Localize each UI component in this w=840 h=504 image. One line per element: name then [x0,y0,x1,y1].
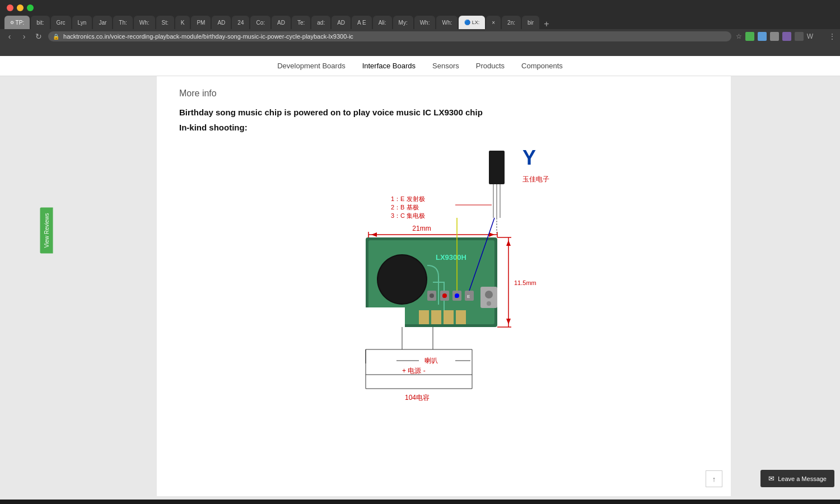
pad-3 [444,310,454,324]
forward-button[interactable]: › [19,32,29,41]
envelope-icon: ✉ [768,474,774,483]
tab-st[interactable]: St: [156,16,174,29]
scroll-top-icon: ↑ [712,475,716,483]
new-tab-button[interactable]: + [540,19,552,29]
transistor-body [489,151,505,184]
pad-4 [456,310,466,324]
power-label: + 电源 - [402,367,426,375]
url-text: hacktronics.co.in/voice-recording-playba… [63,33,353,40]
nav-interface-boards[interactable]: Interface Boards [362,62,416,70]
leave-message-label: Leave a Message [778,475,827,482]
right-conn-hole2 [487,301,491,306]
brand-logo-y: Y [522,146,536,169]
address-bar-row: ‹ › ↻ 🔒 hacktronics.co.in/voice-recordin… [0,29,840,44]
tab-jar[interactable]: Jar [93,16,112,29]
bookmarks-bar [0,44,840,56]
pad-1 [419,310,429,324]
cap-label: 104电容 [405,394,430,402]
pin1-label: 1：E 发射极 [391,195,425,202]
tab-bit[interactable]: bit: [31,16,49,29]
back-button[interactable]: ‹ [4,32,15,41]
h-arrow-top [506,240,511,246]
tab-wh3[interactable]: Wh: [436,16,458,29]
nav-sensors[interactable]: Sensors [432,62,459,70]
tab-ad2[interactable]: AD [272,16,291,29]
scroll-top-button[interactable]: ↑ [706,470,722,487]
main-content: More info Birthday song music chip is po… [157,76,731,496]
reload-button[interactable]: ↻ [34,32,44,41]
right-sidebar [731,76,840,496]
tab-grc[interactable]: Grc [51,16,71,29]
ext-icon-4[interactable] [782,32,791,41]
tab-tp[interactable]: ⚙ TP: [4,16,30,29]
brand-name: 玉佳电子 [522,175,549,183]
chip-title: Birthday song music chip is powered on t… [179,106,708,118]
more-info-heading: More info [179,88,708,99]
tab-pm[interactable]: PM [191,16,211,29]
speaker-element-inner [378,255,426,304]
ext-icon-2[interactable] [758,32,767,41]
menu-icon[interactable]: ⋮ [829,32,836,40]
tab-bir[interactable]: bir [522,16,539,29]
pin3-label: 3：C 集电极 [391,212,425,219]
tab-co[interactable]: Co: [250,16,270,29]
leave-message-button[interactable]: ✉ Leave a Message [760,470,834,487]
tab-ad3[interactable]: ad: [311,16,330,29]
width-label: 21mm [412,225,431,232]
tab-lx[interactable]: 🔵 LX: [459,16,485,29]
ext-icon-1[interactable] [745,32,754,41]
speaker-label: 喇叭 [424,357,438,365]
c-label: C [442,294,446,299]
nav-development-boards[interactable]: Development Boards [277,62,345,70]
tab-ad1[interactable]: AD [212,16,231,29]
tab-24[interactable]: 24 [232,16,249,29]
lock-icon: 🔒 [53,34,59,40]
connector-1-hole [430,293,434,298]
tab-lyn[interactable]: Lyn [72,16,92,29]
pad-2 [431,310,441,324]
traffic-light-yellow[interactable] [17,4,24,11]
b-label: B [455,294,458,299]
address-bar[interactable]: 🔒 hacktronics.co.in/voice-recording-play… [48,31,731,41]
ext-icon-5[interactable] [795,32,804,41]
view-reviews-tab[interactable]: View Reviews [24,224,69,237]
arrow-right [489,232,494,237]
arrow-left [371,232,377,237]
star-icon[interactable]: ☆ [736,32,742,40]
traffic-light-green[interactable] [27,4,34,11]
tab-wh1[interactable]: Wh: [134,16,155,29]
e-label: E [467,294,470,299]
browser-tabs-bar: ⚙ TP: bit: Grc Lyn Jar Th: Wh: St: K PM … [0,13,840,29]
tab-k[interactable]: K [175,16,190,29]
wordpress-icon[interactable]: W [807,32,813,40]
nav-components[interactable]: Components [521,62,563,70]
tab-te[interactable]: Te: [292,16,310,29]
pin2-label: 2：B 基极 [391,204,419,211]
tab-close[interactable]: × [486,16,501,29]
nav-products[interactable]: Products [476,62,505,70]
ext-icon-6[interactable] [816,32,825,41]
tab-ad4[interactable]: AD [332,16,351,29]
left-sidebar [0,76,157,496]
circuit-diagram: Y 玉佳电子 1：E 发射极 2：B 基极 3：C 集电极 [298,142,590,433]
h-arrow-bottom [506,319,511,324]
diagram-container: Y 玉佳电子 1：E 发射极 2：B 基极 3：C 集电极 [179,142,708,433]
site-navigation: Development Boards Interface Boards Sens… [0,56,840,76]
right-conn-hole1 [485,291,493,298]
tab-ae[interactable]: A E [352,16,372,29]
tab-th[interactable]: Th: [113,16,132,29]
tab-ali[interactable]: Ali: [373,16,392,29]
chip-label: LX9300H [436,253,466,262]
traffic-light-red[interactable] [7,4,13,11]
ext-icon-3[interactable] [770,32,779,41]
height-label: 11.5mm [514,279,536,286]
pcb-white-area [366,307,405,327]
toolbar-icons: ☆ W ⋮ [736,32,836,41]
tab-2n[interactable]: 2n: [502,16,521,29]
in-kind-label: In-kind shooting: [179,123,708,132]
tab-my[interactable]: My: [393,16,413,29]
tab-wh2[interactable]: Wh: [414,16,436,29]
